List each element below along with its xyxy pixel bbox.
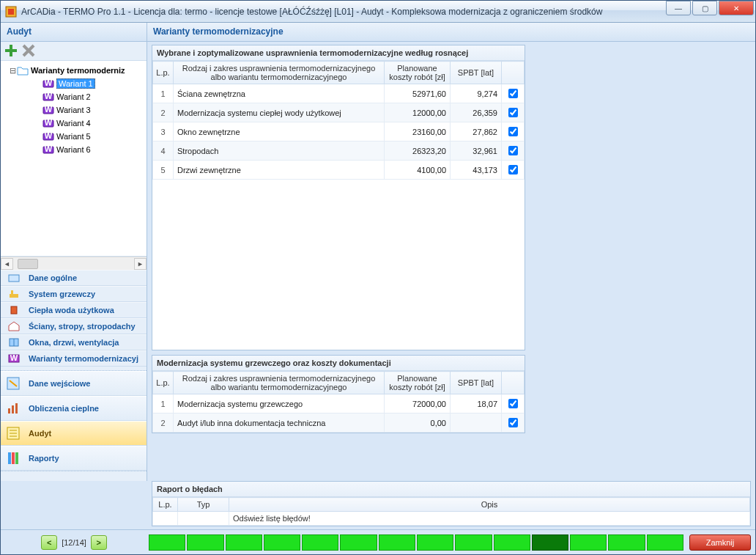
- pager-prev-button[interactable]: <: [41, 535, 57, 550]
- nav-item-label: Dane ogólne: [29, 273, 77, 282]
- row-checkbox[interactable]: [508, 418, 518, 427]
- add-icon[interactable]: [4, 43, 18, 59]
- section-icon: [5, 375, 21, 392]
- minimize-button[interactable]: —: [666, 1, 691, 15]
- error-refresh-message: Odśwież listę błędów!: [229, 512, 750, 526]
- close-button[interactable]: Zamknij: [689, 534, 751, 551]
- tree-item[interactable]: WWariant 1: [2, 77, 145, 90]
- scroll-left-icon[interactable]: ◄: [1, 258, 13, 270]
- section-icon: [5, 400, 21, 416]
- column-header[interactable]: L.p.: [153, 372, 174, 394]
- row-spbt: [451, 414, 502, 433]
- row-checkbox[interactable]: [508, 146, 518, 155]
- progress-segment[interactable]: [608, 534, 645, 551]
- row-checkbox[interactable]: [508, 108, 518, 117]
- table-row[interactable]: 2Modernizacja systemu ciepłej wody użytk…: [153, 103, 525, 122]
- row-name: Okno zewnętrzne: [174, 122, 385, 141]
- nav-item-label: Okna, drzwi, wentylacja: [29, 338, 119, 347]
- row-checkbox[interactable]: [508, 399, 518, 408]
- maximize-button[interactable]: ▢: [692, 1, 717, 15]
- tree-root-label: Warianty termomoderniz: [31, 66, 125, 75]
- titlebar[interactable]: ArCADia - TERMO Pro 1.1 - Licencja dla: …: [1, 1, 755, 23]
- scroll-right-icon[interactable]: ►: [134, 258, 147, 270]
- row-cost: 4100,00: [385, 161, 451, 180]
- svg-text:W: W: [45, 131, 53, 140]
- tree-item[interactable]: WWariant 2: [2, 90, 145, 103]
- column-header[interactable]: Rodzaj i zakres usprawnienia termomodern…: [174, 372, 385, 394]
- column-header[interactable]: L.p.: [153, 62, 174, 84]
- scroll-thumb[interactable]: [18, 259, 38, 269]
- svg-rect-37: [15, 452, 18, 464]
- section-icon: [5, 425, 21, 441]
- variant-icon: W: [42, 131, 54, 141]
- progress-segment[interactable]: [264, 534, 300, 551]
- column-header[interactable]: [502, 62, 525, 84]
- progress-segment[interactable]: [455, 534, 492, 551]
- sidebar-nav-item[interactable]: Dane ogólne: [1, 270, 147, 286]
- table-row[interactable]: 5Drzwi zewnętrzne4100,0043,173: [153, 161, 525, 180]
- section-header-right: Warianty termomodernizacyjne: [147, 23, 755, 41]
- column-header[interactable]: L.p.: [153, 498, 178, 512]
- progress-segment[interactable]: [494, 534, 530, 551]
- table-row[interactable]: 1Modernizacja systemu grzewczego72000,00…: [153, 394, 525, 414]
- table-row[interactable]: 2Audyt i/lub inna dokumentacja techniczn…: [153, 414, 525, 433]
- tree-item[interactable]: WWariant 3: [2, 103, 145, 117]
- table-row[interactable]: 4Stropodach26323,2032,961: [153, 141, 525, 161]
- delete-icon[interactable]: [21, 43, 36, 59]
- progress-segment[interactable]: [226, 534, 262, 551]
- row-checkbox[interactable]: [508, 89, 518, 98]
- column-header[interactable]: Planowane koszty robót [zł]: [385, 62, 451, 84]
- tree-item-label: Wariant 2: [56, 92, 91, 101]
- tree-root[interactable]: ⊟ Warianty termomoderniz: [2, 64, 145, 77]
- row-checkbox[interactable]: [508, 127, 518, 136]
- column-header[interactable]: Planowane koszty robót [zł]: [385, 372, 451, 394]
- column-header[interactable]: Typ: [178, 498, 229, 512]
- sidebar-section-button[interactable]: Obliczenia cieplne: [1, 396, 147, 421]
- tree-item[interactable]: WWariant 4: [2, 117, 145, 130]
- progress-segment[interactable]: [417, 534, 453, 551]
- column-header[interactable]: SPBT [lat]: [451, 62, 502, 84]
- row-index: 1: [153, 394, 174, 414]
- row-spbt: 18,07: [451, 394, 502, 414]
- column-header[interactable]: SPBT [lat]: [451, 372, 502, 394]
- table-row[interactable]: 3Okno zewnętrzne23160,0027,862: [153, 122, 525, 141]
- progress-segment[interactable]: [532, 534, 568, 551]
- svg-text:W: W: [10, 353, 18, 362]
- pager-next-button[interactable]: >: [91, 535, 107, 550]
- progress-segment[interactable]: [379, 534, 415, 551]
- column-header[interactable]: Rodzaj i zakres usprawnienia termomodern…: [174, 62, 385, 84]
- sidebar-section-button[interactable]: Audyt: [1, 421, 147, 446]
- nav-item-icon: W: [4, 353, 24, 364]
- sidebar-nav-item[interactable]: WWarianty termomodernizacyj: [1, 350, 147, 367]
- progress-segment[interactable]: [647, 534, 683, 551]
- progress-segment[interactable]: [340, 534, 377, 551]
- table-heating[interactable]: L.p.Rodzaj i zakres usprawnienia termomo…: [152, 371, 525, 433]
- close-window-button[interactable]: ✕: [719, 1, 754, 15]
- progress-segment[interactable]: [302, 534, 338, 551]
- table-errors[interactable]: L.p.TypOpis Odśwież listę błędów!: [152, 497, 750, 526]
- sidebar-nav-item[interactable]: Ściany, stropy, stropodachy: [1, 318, 147, 334]
- tree-hscrollbar[interactable]: ◄ ►: [1, 257, 147, 270]
- tree-item[interactable]: WWariant 5: [2, 130, 145, 143]
- nav-item-icon: [4, 337, 24, 348]
- svg-marker-22: [9, 322, 19, 331]
- sidebar-section-button[interactable]: Raporty: [1, 446, 147, 471]
- row-cost: 52971,60: [385, 84, 451, 103]
- sidebar-section-button[interactable]: Dane wejściowe: [1, 371, 147, 396]
- table-row[interactable]: 1Ściana zewnętrzna52971,609,274: [153, 84, 525, 103]
- row-checkbox[interactable]: [508, 165, 518, 174]
- svg-text:W: W: [45, 144, 53, 153]
- sidebar-nav-item[interactable]: System grzewczy: [1, 286, 147, 302]
- column-header[interactable]: [502, 372, 525, 394]
- sidebar-nav-item[interactable]: Okna, drzwi, wentylacja: [1, 334, 147, 350]
- progress-segment[interactable]: [149, 534, 185, 551]
- table-improvements[interactable]: L.p.Rodzaj i zakres usprawnienia termomo…: [152, 61, 525, 180]
- sidebar-nav-item[interactable]: Ciepła woda użytkowa: [1, 302, 147, 318]
- tree-view[interactable]: ⊟ Warianty termomoderniz WWariant 1WWari…: [1, 61, 147, 257]
- svg-text:W: W: [45, 78, 53, 87]
- tree-item[interactable]: WWariant 6: [2, 143, 145, 156]
- column-header[interactable]: Opis: [229, 498, 750, 512]
- svg-rect-35: [8, 452, 11, 464]
- progress-segment[interactable]: [570, 534, 607, 551]
- progress-segment[interactable]: [187, 534, 223, 551]
